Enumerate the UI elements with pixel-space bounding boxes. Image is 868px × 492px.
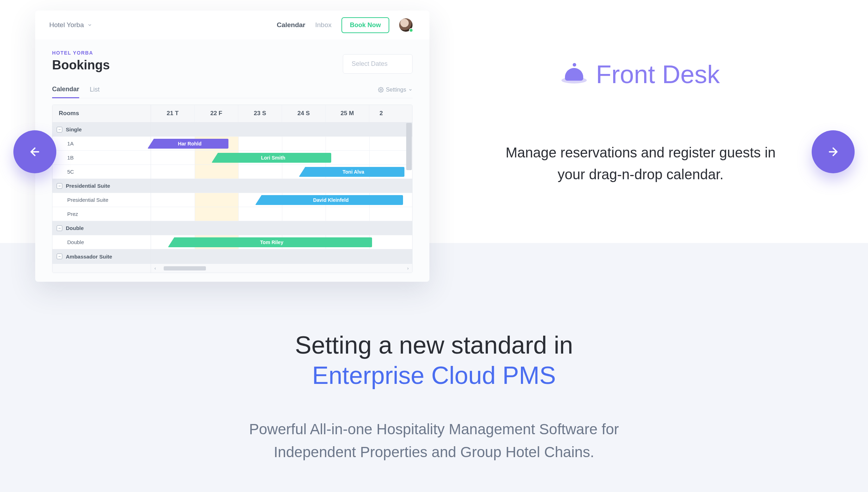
room-list: −Single 1A 1B 5C −Presidential Suite Pre… xyxy=(52,123,151,263)
group-label: Double xyxy=(66,225,84,231)
carousel-next-button[interactable] xyxy=(812,130,855,173)
scroll-thumb[interactable] xyxy=(164,266,206,270)
feature-title-text: Front Desk xyxy=(596,60,720,89)
nav-calendar[interactable]: Calendar xyxy=(277,21,305,29)
online-dot-icon xyxy=(409,28,413,32)
booking-bar[interactable]: Har Rohld xyxy=(147,139,228,149)
chevron-down-icon xyxy=(408,88,413,92)
collapse-icon: − xyxy=(57,254,62,259)
room-group[interactable]: −Single xyxy=(52,123,151,137)
room-row[interactable]: 1B xyxy=(52,151,151,165)
vertical-scrollbar[interactable] xyxy=(406,123,412,170)
collapse-icon: − xyxy=(57,183,62,189)
rooms-header: Rooms xyxy=(52,105,151,122)
feature-desc-line: your drag-n-drop calendar. xyxy=(465,163,817,185)
breadcrumb: HOTEL YORBA xyxy=(52,50,110,56)
day-header: 25 M xyxy=(326,105,369,122)
room-group[interactable]: −Double xyxy=(52,221,151,235)
headline-line2: Enterprise Cloud PMS xyxy=(0,361,868,390)
booking-bar[interactable]: Lori Smith xyxy=(212,153,331,163)
headline-line1: Setting a new standard in xyxy=(0,331,868,359)
settings-link[interactable]: Settings xyxy=(378,87,413,93)
grid-header: Rooms 21 T 22 F 23 S 24 S 25 M 2 xyxy=(52,105,412,123)
room-group[interactable]: −Ambassador Suite xyxy=(52,249,151,263)
feature-description: Manage reservations and register guests … xyxy=(465,142,817,185)
feature-title: Front Desk xyxy=(465,60,817,89)
carousel-prev-button[interactable] xyxy=(13,130,56,173)
avatar[interactable] xyxy=(399,18,413,32)
room-row[interactable]: Prez xyxy=(52,207,151,221)
tab-list[interactable]: List xyxy=(90,82,100,98)
scroll-left-icon[interactable]: ‹ xyxy=(151,266,159,271)
chevron-down-icon xyxy=(87,23,92,27)
timeline: Har Rohld Lori Smith Toni Alva David Kle… xyxy=(151,123,412,263)
scroll-spacer xyxy=(52,264,151,273)
feature-panel: Front Desk Manage reservations and regis… xyxy=(465,60,817,185)
track-group xyxy=(151,123,412,137)
page-header: HOTEL YORBA Bookings Select Dates xyxy=(35,39,429,74)
horizontal-scrollbar[interactable]: ‹ › xyxy=(52,263,412,273)
subheadline: Powerful All-in-one Hospitality Manageme… xyxy=(0,418,868,463)
grid-body: −Single 1A 1B 5C −Presidential Suite Pre… xyxy=(52,123,412,263)
track[interactable] xyxy=(151,207,412,221)
group-label: Ambassador Suite xyxy=(66,254,112,260)
track[interactable]: Toni Alva xyxy=(151,165,412,179)
nav-inbox[interactable]: Inbox xyxy=(315,21,332,29)
calendar-grid: Rooms 21 T 22 F 23 S 24 S 25 M 2 −Single… xyxy=(52,105,413,273)
group-label: Presidential Suite xyxy=(66,183,110,189)
day-header: 22 F xyxy=(195,105,238,122)
group-label: Single xyxy=(66,126,82,132)
subhead-line: Independent Properties and Group Hotel C… xyxy=(0,441,868,463)
day-header: 24 S xyxy=(282,105,326,122)
track-group xyxy=(151,179,412,193)
tab-calendar[interactable]: Calendar xyxy=(52,81,79,98)
booking-bar[interactable]: Toni Alva xyxy=(299,167,404,177)
hero-carousel: Hotel Yorba Calendar Inbox Book Now HOTE… xyxy=(0,0,868,285)
subhead-line: Powerful All-in-one Hospitality Manageme… xyxy=(0,418,868,441)
headline-section: Setting a new standard in Enterprise Clo… xyxy=(0,331,868,463)
booking-bar[interactable]: David Kleinfeld xyxy=(255,195,403,205)
view-tabs: Calendar List Settings xyxy=(52,81,413,98)
track-group xyxy=(151,221,412,235)
gear-icon xyxy=(378,87,384,93)
scroll-right-icon[interactable]: › xyxy=(404,266,412,271)
room-row[interactable]: 5C xyxy=(52,165,151,179)
track[interactable]: Tom Riley xyxy=(151,235,412,249)
date-range-input[interactable]: Select Dates xyxy=(343,54,413,74)
day-header: 2 xyxy=(369,105,393,122)
track[interactable]: Har Rohld xyxy=(151,137,412,151)
app-preview-card: Hotel Yorba Calendar Inbox Book Now HOTE… xyxy=(35,11,429,282)
topbar-right: Calendar Inbox Book Now xyxy=(277,17,413,33)
track-group xyxy=(151,249,412,263)
day-header: 21 T xyxy=(151,105,195,122)
hotel-selector[interactable]: Hotel Yorba xyxy=(49,21,92,29)
arrow-right-icon xyxy=(827,145,839,158)
track[interactable]: David Kleinfeld xyxy=(151,193,412,207)
room-row[interactable]: 1A xyxy=(52,137,151,151)
feature-desc-line: Manage reservations and register guests … xyxy=(465,142,817,163)
front-desk-bell-icon xyxy=(561,65,587,83)
settings-label: Settings xyxy=(386,87,406,93)
page-title: Bookings xyxy=(52,58,110,73)
room-row[interactable]: Presidential Suite xyxy=(52,193,151,207)
hotel-name: Hotel Yorba xyxy=(49,21,84,29)
collapse-icon: − xyxy=(57,127,62,132)
arrow-left-icon xyxy=(29,145,41,158)
svg-point-2 xyxy=(380,89,382,91)
booking-bar[interactable]: Tom Riley xyxy=(168,237,372,247)
collapse-icon: − xyxy=(57,225,62,231)
track[interactable]: Lori Smith xyxy=(151,151,412,165)
book-now-button[interactable]: Book Now xyxy=(341,17,389,33)
room-row[interactable]: Double xyxy=(52,235,151,249)
day-header: 23 S xyxy=(238,105,282,122)
app-topbar: Hotel Yorba Calendar Inbox Book Now xyxy=(35,11,429,39)
room-group[interactable]: −Presidential Suite xyxy=(52,179,151,193)
